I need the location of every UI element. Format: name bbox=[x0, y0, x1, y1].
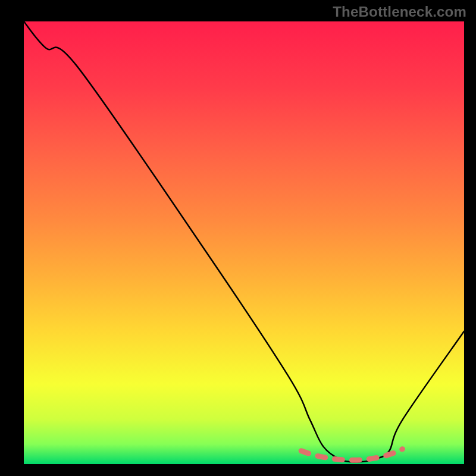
bottleneck-chart bbox=[0, 0, 476, 476]
chart-container: TheBottleneck.com bbox=[0, 0, 476, 476]
watermark-text: TheBottleneck.com bbox=[333, 4, 466, 20]
plot-background bbox=[24, 21, 464, 464]
